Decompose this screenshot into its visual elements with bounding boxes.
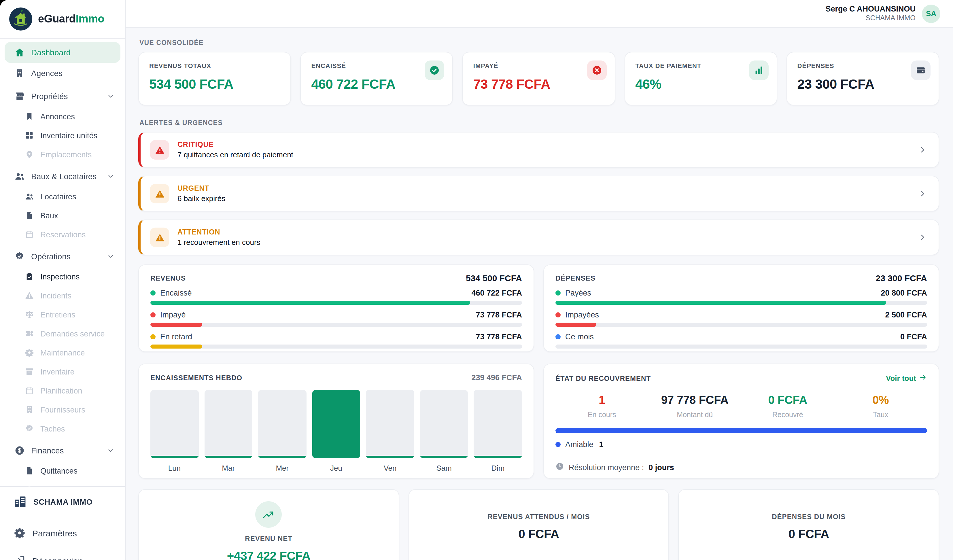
- sidebar-item-fournisseurs[interactable]: Fournisseurs: [5, 400, 120, 419]
- amiable-label: Amiable: [565, 440, 593, 449]
- kpi-label: TAUX DE PAIEMENT: [635, 62, 766, 69]
- expenses-panel: DÉPENSES 23 300 FCFA Payées 20 800 FCFA …: [543, 264, 939, 352]
- weekly-bar-sam: [420, 390, 468, 458]
- sidebar-item-baux[interactable]: Baux: [5, 206, 120, 225]
- org-switcher[interactable]: SCHAMA IMMO: [5, 490, 120, 513]
- chevron-right-icon: [918, 189, 927, 198]
- chevron-down-icon: [107, 447, 115, 455]
- user-menu[interactable]: Serge C AHOUANSINOU SCHAMA IMMO: [826, 5, 916, 22]
- sidebar-item-demandes-service[interactable]: Demandes service: [5, 324, 120, 343]
- sidebar-item-entretiens[interactable]: Entretiens: [5, 306, 120, 324]
- building-icon: [14, 68, 25, 78]
- grid-icon: [25, 131, 34, 140]
- sidebar-item-label: Taches: [40, 424, 65, 433]
- recovery-resolution-row: Résolution moyenne : 0 jours: [556, 462, 927, 472]
- chevron-right-icon: [918, 233, 927, 242]
- sidebar-item-taches[interactable]: Taches: [5, 419, 120, 438]
- dashboard-content: VUE CONSOLIDÉE REVENUS TOTAUX 534 500 FC…: [126, 28, 953, 560]
- sidebar-item-parametres[interactable]: Paramètres: [5, 523, 120, 543]
- weekly-collections-panel: ENCAISSEMENTS HEBDO 239 496 FCFA LunMarM…: [138, 363, 534, 479]
- sidebar-item-quittances[interactable]: Quittances: [5, 461, 120, 480]
- sidebar-item-label: Maintenance: [40, 348, 85, 357]
- weekly-total: 239 496 FCFA: [471, 373, 522, 382]
- alert-card-attention[interactable]: ATTENTION 1 recouvrement en cours: [138, 220, 939, 255]
- sidebar-item-inspections[interactable]: Inspections: [5, 267, 120, 286]
- resolution-label: Résolution moyenne :: [569, 463, 644, 472]
- sidebar-item-dashboard[interactable]: Dashboard: [5, 42, 120, 63]
- bar-chart-icon: [749, 60, 768, 80]
- sidebar-item-label: Baux: [40, 211, 58, 220]
- file-icon: [25, 211, 34, 220]
- sidebar-item-annonces[interactable]: Annonces: [5, 107, 120, 126]
- sidebar-item-deconnexion[interactable]: Déconnexion: [5, 550, 120, 560]
- store-icon: [14, 91, 25, 101]
- summary-card-depenses-du-mois: DÉPENSES DU MOIS 0 FCFA: [678, 489, 939, 560]
- stat-row-ce-mois: Ce mois 0 FCFA: [556, 331, 927, 349]
- sidebar-item-label: Reservations: [40, 230, 86, 239]
- kpi-row: REVENUS TOTAUX 534 500 FCFA ENCAISSÉ 460…: [138, 52, 939, 105]
- day-label-dim: Dim: [474, 464, 522, 472]
- sidebar-item-baux-locataires[interactable]: Baux & Locataires: [5, 166, 120, 187]
- expenses-title: DÉPENSES: [556, 274, 596, 282]
- recovery-stat-value: 0 FCFA: [741, 394, 834, 407]
- stat-value: 73 778 FCFA: [476, 310, 522, 319]
- main-area: Serge C AHOUANSINOU SCHAMA IMMO SA VUE C…: [126, 0, 953, 560]
- badge-check-icon: [25, 424, 34, 433]
- kpi-card-depenses: DÉPENSES 23 300 FCFA: [787, 52, 939, 105]
- alert-card-critique[interactable]: CRITIQUE 7 quittances en retard de paiem…: [138, 132, 939, 168]
- sidebar-item-proprietes[interactable]: Propriétés: [5, 86, 120, 107]
- alert-message: 7 quittances en retard de paiement: [177, 150, 293, 159]
- sidebar-item-emplacements[interactable]: Emplacements: [5, 145, 120, 164]
- alert-message: 6 bailx expirés: [177, 194, 225, 203]
- archive-icon: [25, 367, 34, 376]
- recovery-stat-value: 1: [556, 394, 649, 407]
- recovery-amiable-row: Amiable 1: [556, 440, 927, 449]
- arrow-right-icon: [919, 373, 927, 383]
- kpi-label: DÉPENSES: [798, 62, 928, 69]
- gear-icon: [25, 348, 34, 357]
- sidebar-item-inventaire[interactable]: Inventaire: [5, 362, 120, 381]
- kpi-card-impaye: IMPAYÉ 73 778 FCFA: [463, 52, 615, 105]
- sidebar-item-locataires[interactable]: Locataires: [5, 187, 120, 206]
- sidebar-item-label: Annonces: [40, 112, 75, 121]
- weekly-bar-dim: [474, 390, 522, 458]
- recovery-stat-value: 97 778 FCFA: [649, 394, 742, 407]
- stat-label: Ce mois: [565, 332, 594, 341]
- sidebar-item-agences[interactable]: Agences: [5, 63, 120, 84]
- sidebar-item-maintenance[interactable]: Maintenance: [5, 343, 120, 362]
- sidebar-item-incidents[interactable]: Incidents: [5, 286, 120, 305]
- weekly-bar-mar: [204, 390, 252, 458]
- calendar-icon: [25, 230, 34, 239]
- user-organization: SCHAMA IMMO: [826, 14, 916, 22]
- ticket-icon: [25, 329, 34, 338]
- logout-icon: [14, 555, 25, 560]
- sidebar-item-label: Dashboard: [31, 48, 71, 57]
- user-name: Serge C AHOUANSINOU: [826, 5, 916, 14]
- revenues-total: 534 500 FCFA: [466, 273, 522, 283]
- sidebar-item-label: Inspections: [40, 272, 80, 281]
- stat-value: 20 800 FCFA: [881, 289, 927, 297]
- sidebar-item-reservations[interactable]: Reservations: [5, 225, 120, 244]
- calendar-icon: [25, 386, 34, 395]
- stat-label: En retard: [160, 332, 192, 341]
- sidebar-item-operations[interactable]: Opérations: [5, 246, 120, 267]
- kpi-value: 534 500 FCFA: [149, 77, 280, 92]
- alert-card-urgent[interactable]: URGENT 6 bailx expirés: [138, 176, 939, 211]
- sidebar-item-finances[interactable]: Finances: [5, 440, 120, 461]
- alert-triangle-icon: [25, 291, 34, 300]
- avatar[interactable]: SA: [922, 4, 940, 23]
- clipboard-check-icon: [25, 272, 34, 281]
- resolution-value: 0 jours: [649, 463, 674, 472]
- alerts-list: CRITIQUE 7 quittances en retard de paiem…: [138, 132, 939, 255]
- stat-value: 460 722 FCFA: [471, 289, 522, 297]
- alert-message: 1 recouvrement en cours: [177, 238, 261, 247]
- see-all-link[interactable]: Voir tout: [886, 373, 927, 383]
- stat-value: 73 778 FCFA: [476, 332, 522, 341]
- section-label-consolidated: VUE CONSOLIDÉE: [140, 39, 939, 46]
- org-building-icon: [13, 494, 28, 509]
- sidebar-item-label: Déconnexion: [32, 556, 83, 560]
- file-icon: [25, 466, 34, 475]
- finance-panels-row: REVENUS 534 500 FCFA Encaissé 460 722 FC…: [138, 264, 939, 352]
- sidebar-item-inventaire-unites[interactable]: Inventaire unités: [5, 126, 120, 144]
- sidebar-item-planification[interactable]: Planification: [5, 382, 120, 400]
